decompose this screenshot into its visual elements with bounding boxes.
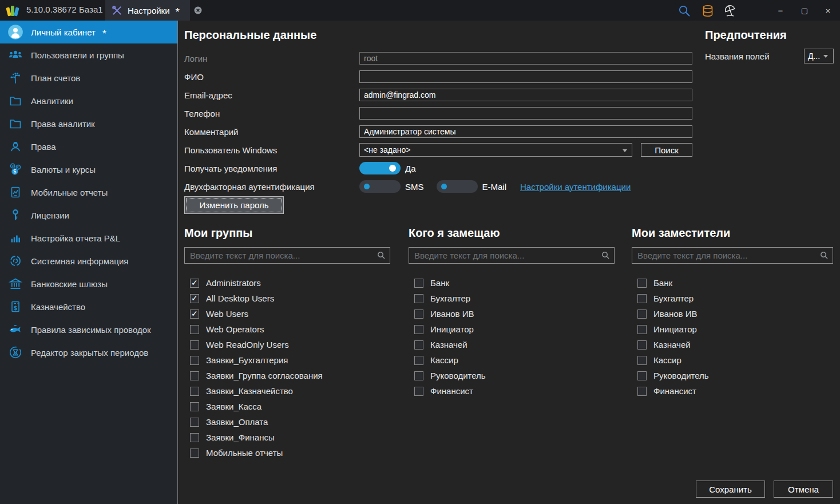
checkbox[interactable] [190,387,199,396]
list-item-label: Бухгалтер [653,293,694,303]
list-item[interactable]: Бухгалтер [632,291,833,306]
list-item[interactable]: Кассир [632,352,833,368]
sidebar-item-currencies[interactable]: ¥€$ Валюты и курсы [0,158,177,181]
group-item[interactable]: Заявки_Финансы [184,430,390,445]
list-item-label: Финансист [430,386,473,396]
checkbox[interactable] [637,371,647,380]
list-item[interactable]: Финансист [409,383,615,399]
group-item[interactable]: Заявки_Группа согласования [184,368,390,383]
sidebar-item-label: Лицензии [31,211,69,220]
key-icon [7,207,23,223]
list-item[interactable]: Казначей [409,337,615,352]
list-item[interactable]: Иванов ИВ [409,306,615,322]
substituting-search-input[interactable] [409,247,615,264]
checkbox[interactable] [637,279,647,288]
sidebar-item-pnl-report-settings[interactable]: Настройка отчета P&L [0,227,177,249]
group-item[interactable]: All Desktop Users [184,291,390,306]
sms-toggle[interactable] [359,180,401,193]
group-item[interactable]: Заявки_Касса [184,399,390,414]
checkbox[interactable] [190,402,199,411]
sidebar-item-dependent-postings-rules[interactable]: Правила зависимых проводок [0,318,177,341]
checkbox[interactable] [190,309,199,319]
checkbox[interactable] [414,294,423,303]
group-item[interactable]: Administrators [184,275,390,291]
group-item[interactable]: Web Operators [184,322,390,337]
checkbox[interactable] [637,309,647,319]
close-button[interactable]: × [817,0,839,21]
checkbox[interactable] [414,325,423,334]
list-item[interactable]: Финансист [632,383,833,399]
checkbox[interactable] [637,387,647,396]
windows-user-search-button[interactable]: Поиск [641,143,692,157]
checkbox[interactable] [190,418,199,427]
windows-user-dropdown[interactable]: <не задано> [359,143,632,157]
list-item[interactable]: Бухгалтер [409,291,615,306]
deputies-search-input[interactable] [632,247,833,264]
sidebar-item-analytics[interactable]: Аналитики [0,89,177,112]
checkbox[interactable] [637,356,647,365]
cancel-button[interactable]: Отмена [774,481,833,498]
my-groups-search-input[interactable] [184,247,390,264]
group-item[interactable]: Заявки_Бухгалтерия [184,352,390,368]
sidebar-item-system-info[interactable]: Системная информация [0,249,177,272]
change-password-button[interactable]: Изменить пароль [184,196,284,214]
sidebar-item-personal-cabinet[interactable]: Личный кабинет * [0,21,177,43]
search-icon[interactable] [677,4,691,18]
save-button[interactable]: Сохранить [696,481,765,498]
sidebar-item-rights[interactable]: Права [0,135,177,158]
list-item[interactable]: Инициатор [409,322,615,337]
list-item[interactable]: Кассир [409,352,615,368]
checkbox[interactable] [414,340,423,350]
list-item[interactable]: Иванов ИВ [632,306,833,322]
checkbox[interactable] [190,449,199,458]
sidebar-item-mobile-reports[interactable]: Мобильные отчеты [0,181,177,204]
checkbox[interactable] [190,325,199,334]
minimize-button[interactable]: − [769,0,792,21]
checkbox[interactable] [637,340,647,350]
checkbox[interactable] [190,279,199,288]
group-item[interactable]: Заявки_Казначейство [184,383,390,399]
list-item[interactable]: Банк [409,275,615,291]
tab-settings[interactable]: Настройки * [105,0,190,21]
field-names-dropdown[interactable]: Д... [804,49,834,64]
sidebar-item-treasury[interactable]: $ Казначейство [0,295,177,318]
comment-field[interactable] [359,125,692,138]
list-item[interactable]: Руководитель [632,368,833,383]
list-item[interactable]: Банк [632,275,833,291]
fio-field[interactable] [359,70,692,83]
sidebar-item-users-groups[interactable]: Пользователи и группы [0,43,177,66]
email-toggle[interactable] [437,180,478,193]
sidebar-item-closed-periods-editor[interactable]: Редактор закрытых периодов [0,341,177,364]
checkbox[interactable] [190,371,199,380]
group-item[interactable]: Мобильные отчеты [184,445,390,461]
email-field[interactable] [359,89,692,101]
list-item[interactable]: Казначей [632,337,833,352]
vacation-umbrella-icon[interactable] [723,4,737,18]
checkbox[interactable] [190,433,199,442]
notifications-toggle[interactable] [359,162,401,174]
checkbox[interactable] [414,387,423,396]
group-item[interactable]: Web ReadOnly Users [184,337,390,352]
checkbox[interactable] [190,356,199,365]
sidebar-item-licenses[interactable]: Лицензии [0,204,177,227]
checkbox[interactable] [414,356,423,365]
list-item[interactable]: Инициатор [632,322,833,337]
checkbox[interactable] [637,294,647,303]
auth-settings-link[interactable]: Настройки аутентификации [520,182,631,192]
group-item[interactable]: Web Users [184,306,390,322]
checkbox[interactable] [190,294,199,303]
group-item[interactable]: Заявки_Оплата [184,414,390,430]
checkbox[interactable] [414,279,423,288]
sidebar-item-chart-of-accounts[interactable]: План счетов [0,66,177,89]
database-icon[interactable] [701,4,715,18]
checkbox[interactable] [414,309,423,319]
checkbox[interactable] [637,325,647,334]
maximize-button[interactable]: ▢ [793,0,816,21]
sidebar-item-bank-gateways[interactable]: Банковские шлюзы [0,272,177,295]
list-item[interactable]: Руководитель [409,368,615,383]
checkbox[interactable] [190,340,199,350]
checkbox[interactable] [414,371,423,380]
sidebar-item-analytics-rights[interactable]: Права аналитик [0,112,177,135]
tab-close-icon[interactable] [194,6,202,14]
phone-field[interactable] [359,107,692,120]
